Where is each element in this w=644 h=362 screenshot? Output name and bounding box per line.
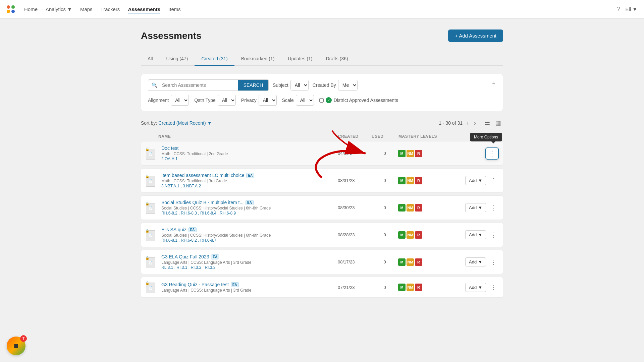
lock-icon: 🔒 — [145, 147, 149, 151]
table-row: 🔒 📄 G3 Reading Quiz - Passage test EA La… — [141, 277, 503, 298]
assessment-standards[interactable]: RH.6-8.2 , RH.6-8.3 , RH.6-8.4 , RH.6-8.… — [161, 211, 335, 216]
nav-maps[interactable]: Maps — [80, 5, 93, 13]
add-to-button[interactable]: Add ▼ — [465, 203, 486, 212]
assessment-title[interactable]: G3 Reading Quiz - Passage test EA — [161, 282, 335, 287]
privacy-filter: Privacy All — [241, 95, 277, 106]
mastery-badge-m: M — [398, 177, 406, 184]
tab-created(31)[interactable]: Created (31) — [195, 53, 234, 66]
tab-updates(1)[interactable]: Updates (1) — [281, 53, 319, 66]
more-options-button[interactable]: ⋮ — [489, 283, 499, 292]
page-title: Assessments — [141, 31, 202, 41]
qstn-type-select[interactable]: All — [218, 95, 236, 106]
assessment-title[interactable]: Doc test — [161, 145, 335, 151]
sort-label: Sort by: — [141, 120, 157, 126]
mastery-badge-nm: NM — [407, 204, 414, 212]
tooltip-more-options: More Options — [470, 133, 502, 141]
app-logo[interactable] — [7, 5, 15, 13]
subject-label: Subject — [273, 82, 288, 88]
add-to-button[interactable]: Add ▼ — [465, 257, 486, 266]
mastery-badge-r: R — [415, 231, 422, 239]
mastery-badge-m: M — [398, 258, 406, 266]
row-actions: Add ▼ ⋮ — [459, 230, 499, 239]
filter-row: Alignment All Qstn Type All Privacy All … — [148, 95, 496, 106]
more-options-button[interactable]: ⋮ — [489, 203, 499, 212]
tab-drafts(36)[interactable]: Drafts (36) — [319, 53, 355, 66]
scale-filter: Scale All — [282, 95, 314, 106]
chevron-down-icon: ▼ — [478, 232, 482, 237]
tab-all[interactable]: All — [141, 53, 160, 66]
grid-view-button[interactable]: ▦ — [493, 118, 503, 128]
row-actions: Add ▼ ⋮ — [459, 257, 499, 266]
list-view-button[interactable]: ☰ — [483, 118, 492, 128]
used-count: 0 — [371, 205, 398, 210]
add-assessment-button[interactable]: + Add Assessment — [448, 29, 503, 42]
main-content: Assessments + Add Assessment AllUsing (4… — [127, 19, 517, 311]
more-options-button[interactable]: ⋮ — [489, 231, 499, 239]
assessment-standards[interactable]: 2.OA.A.1 — [161, 157, 335, 161]
nav-home[interactable]: Home — [24, 5, 38, 13]
created-date: 08/30/23 — [338, 205, 371, 210]
nav-items[interactable]: Items — [168, 5, 181, 13]
mastery-badges: MNMR — [398, 177, 459, 184]
scale-select[interactable]: All — [296, 95, 314, 106]
tab-bookmarked(1)[interactable]: Bookmarked (1) — [234, 53, 281, 66]
nav-assessments[interactable]: Assessments — [128, 5, 160, 13]
assessment-title[interactable]: Social Studies Quiz B - multiple item t.… — [161, 200, 335, 205]
lock-icon: 🔒 — [145, 229, 149, 233]
sort-value[interactable]: Created (Most Recent) ▼ — [158, 120, 212, 126]
prev-page-button[interactable]: ‹ — [465, 119, 470, 127]
nav-analytics[interactable]: Analytics ▼ — [46, 5, 72, 13]
search-button[interactable]: SEARCH — [238, 80, 268, 90]
assessment-standards[interactable]: RL.3.1 , RI.3.1 , RI.3.2 , RI.3.3 — [161, 265, 335, 270]
created-by-select[interactable]: Me — [338, 80, 358, 90]
scale-label: Scale — [282, 98, 294, 103]
ea-badge: EA — [211, 254, 219, 259]
next-page-button[interactable]: › — [473, 119, 477, 127]
used-count: 0 — [371, 232, 398, 237]
col-mastery: MASTERY LEVELS — [398, 134, 459, 139]
search-icon: 🔍 — [148, 82, 161, 88]
assessment-meta: Language Arts | CCSS: Language Arts | 3r… — [161, 288, 335, 293]
assessment-list: 🔒 📄 Doc test Math | CCSS: Traditional | … — [141, 141, 503, 298]
district-checkbox[interactable] — [319, 98, 324, 103]
more-options-button[interactable]: ⋮ — [489, 176, 499, 185]
alignment-select[interactable]: All — [171, 95, 189, 106]
tab-using(47)[interactable]: Using (47) — [160, 53, 195, 66]
row-actions: Add ▼ ⋮ — [459, 176, 499, 185]
assessment-standards[interactable]: RH.6-8.1 , RH.6-8.2 , RH.6-8.7 — [161, 238, 335, 243]
add-to-button[interactable]: Add ▼ — [465, 283, 486, 292]
collapse-filters-button[interactable]: ⌃ — [491, 81, 496, 89]
row-name-cell: Doc test Math | CCSS: Traditional | 2nd … — [159, 145, 338, 161]
user-menu[interactable]: Eli ▼ — [625, 6, 637, 12]
row-name-cell: G3 Reading Quiz - Passage test EA Langua… — [159, 282, 338, 293]
alignment-filter: Alignment All — [148, 95, 189, 106]
assessment-title[interactable]: G3 ELA Quiz Fall 2023 EA — [161, 254, 335, 259]
subject-select[interactable]: All — [290, 80, 309, 90]
created-date: 08/17/23 — [338, 259, 371, 264]
privacy-select[interactable]: All — [259, 95, 277, 106]
more-options-button[interactable]: ⋮ — [485, 147, 499, 160]
search-area: 🔍 SEARCH Subject All Created By Me ⌃ Ali… — [141, 74, 503, 111]
created-by-label: Created By — [313, 82, 336, 88]
assessment-title[interactable]: Elis SS quiz EA — [161, 227, 335, 232]
tabs-bar: AllUsing (47)Created (31)Bookmarked (1)U… — [141, 53, 503, 66]
search-input[interactable] — [161, 80, 238, 90]
mastery-badge-nm: NM — [407, 284, 414, 291]
navbar: Home Analytics ▼ Maps Trackers Assessmen… — [0, 0, 644, 19]
used-count: 0 — [371, 259, 398, 264]
created-date: 08/28/23 — [338, 232, 371, 237]
nav-trackers[interactable]: Trackers — [101, 5, 120, 13]
assessment-meta: Language Arts | CCSS: Language Arts | 3r… — [161, 260, 335, 265]
assessment-title[interactable]: Item based assessment LC multi choice EA — [161, 173, 335, 178]
ea-badge: EA — [189, 227, 197, 232]
table-row: 🔒 📄 Item based assessment LC multi choic… — [141, 168, 503, 193]
more-options-button[interactable]: ⋮ — [489, 258, 499, 266]
assessment-standards[interactable]: 3.NBT.A.1 , 3.NBT.A.2 — [161, 184, 335, 188]
add-to-button[interactable]: Add ▼ — [465, 176, 486, 185]
ea-badge: EA — [231, 282, 239, 287]
mastery-badge-m: M — [398, 150, 406, 157]
row-name-cell: Item based assessment LC multi choice EA… — [159, 173, 338, 188]
add-to-button[interactable]: Add ▼ — [465, 230, 486, 239]
row-icon: 🔒 📄 — [145, 281, 156, 293]
help-icon[interactable]: ? — [616, 6, 620, 13]
